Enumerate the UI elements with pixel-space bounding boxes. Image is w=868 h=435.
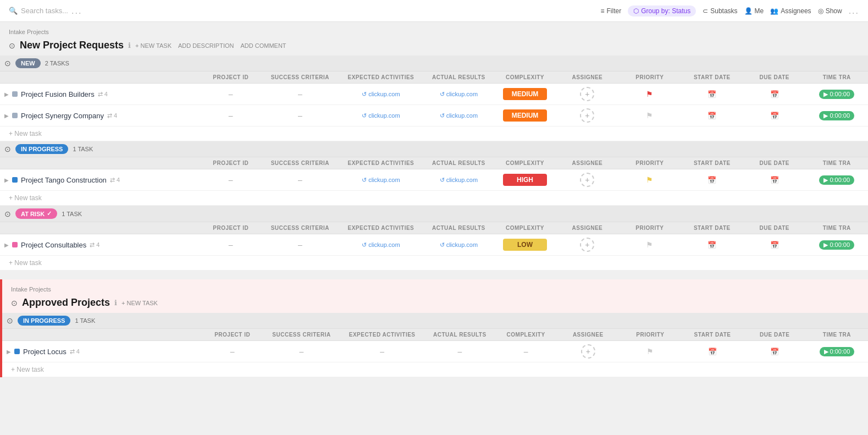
search-input[interactable]: Search tasks... (21, 7, 68, 15)
new-task-button[interactable]: + New task (9, 130, 42, 137)
due-date-cell[interactable]: 📅 (743, 105, 805, 126)
due-date-cell[interactable]: 📅 (744, 341, 806, 362)
time-tracking-cell[interactable]: ▶ 0:00:00 (805, 105, 868, 126)
group-toggle[interactable]: ⊙ (4, 210, 11, 218)
section-action-btn[interactable]: ADD COMMENT (240, 42, 286, 49)
expected-activities-cell[interactable]: ↺clickup.com (338, 84, 423, 105)
start-date-cell[interactable]: 📅 (681, 341, 743, 362)
priority-cell[interactable]: ⚑ (618, 169, 681, 191)
priority-flag-icon[interactable]: ⚑ (646, 111, 653, 120)
priority-cell[interactable]: ⚑ (618, 84, 681, 105)
subtask-icon[interactable]: ⇄ 4 (107, 112, 117, 119)
filter-button[interactable]: ≡ Filter (600, 7, 621, 15)
assignee-avatar[interactable]: + (580, 108, 594, 123)
actual-results-cell[interactable]: ↺clickup.com (424, 234, 494, 256)
complexity-badge: MEDIUM (503, 109, 547, 122)
assignee-avatar[interactable]: + (580, 87, 594, 101)
expected-activities-cell[interactable]: ↺clickup.com (338, 169, 423, 191)
assignee-cell[interactable]: + (556, 234, 618, 256)
section-toggle[interactable]: ⊙ (11, 299, 18, 307)
new-task-button[interactable]: + New task (9, 194, 42, 202)
complexity-cell[interactable]: – (495, 341, 557, 362)
priority-cell[interactable]: ⚑ (618, 105, 681, 126)
new-task-button[interactable]: + New task (11, 366, 44, 373)
priority-cell[interactable]: ⚑ (618, 234, 681, 256)
task-table-container: ⊙ IN PROGRESS 1 TASK PROJECT IDSUCCESS C… (2, 313, 868, 377)
priority-flag-icon[interactable]: ⚑ (646, 347, 654, 356)
expand-button[interactable]: ▶ (4, 113, 9, 119)
assignee-cell[interactable]: + (557, 341, 619, 362)
expand-button[interactable]: ▶ (7, 349, 11, 355)
start-date-cell[interactable]: 📅 (681, 84, 743, 105)
due-date-cell[interactable]: 📅 (743, 84, 805, 105)
subtask-icon[interactable]: ⇄ 4 (98, 91, 108, 98)
col-header-assignee: ASSIGNEE (556, 71, 618, 84)
col-header-name (0, 71, 200, 84)
assignee-cell[interactable]: + (556, 84, 618, 105)
task-count: 1 TASK (75, 317, 95, 324)
assignee-avatar[interactable]: + (581, 344, 595, 359)
actual-results-cell[interactable]: ↺clickup.com (424, 169, 494, 191)
me-button[interactable]: 👤 Me (744, 7, 764, 15)
assignee-avatar[interactable]: + (580, 173, 594, 187)
subtask-icon[interactable]: ⇄ 4 (90, 241, 99, 249)
due-date-cell[interactable]: 📅 (743, 234, 805, 256)
complexity-cell[interactable]: MEDIUM (494, 105, 556, 126)
assignees-button[interactable]: 👥 Assignees (770, 7, 811, 15)
info-icon[interactable]: ℹ (114, 299, 117, 307)
topbar-more-button[interactable]: ... (849, 6, 859, 16)
actual-results-cell[interactable]: – (425, 341, 495, 362)
expected-activities-cell[interactable]: – (340, 341, 425, 362)
expand-button[interactable]: ▶ (4, 177, 9, 183)
time-tracking-cell[interactable]: ▶ 0:00:00 (806, 341, 868, 362)
link-icon: ↺ (440, 91, 445, 98)
priority-flag-icon[interactable]: ⚑ (646, 240, 653, 249)
col-header-row: PROJECT IDSUCCESS CRITERIAEXPECTED ACTIV… (0, 222, 868, 234)
assignee-cell[interactable]: + (556, 105, 618, 126)
complexity-cell[interactable]: LOW (494, 234, 556, 256)
priority-cell[interactable]: ⚑ (619, 341, 681, 362)
priority-flag-icon[interactable]: ⚑ (646, 90, 653, 98)
complexity-cell[interactable]: MEDIUM (494, 84, 556, 105)
section-action-btn[interactable]: + NEW TASK (135, 42, 172, 49)
task-table-container: ⊙ IN PROGRESS 1 TASK PROJECT IDSUCCESS C… (0, 141, 868, 206)
assignee-avatar[interactable]: + (580, 238, 594, 252)
section-label-text: Intake Projects (11, 286, 51, 293)
add-assignee-icon: + (586, 347, 590, 356)
time-tracking-cell[interactable]: ▶ 0:00:00 (805, 169, 868, 191)
complexity-cell[interactable]: HIGH (494, 169, 556, 191)
group-toggle[interactable]: ⊙ (4, 59, 11, 68)
link-text: clickup.com (368, 91, 400, 97)
start-date-cell[interactable]: 📅 (681, 234, 743, 256)
start-date-cell[interactable]: 📅 (681, 169, 743, 191)
priority-flag-icon[interactable]: ⚑ (646, 175, 653, 184)
col-header-project-id: PROJECT ID (200, 157, 262, 169)
col-header-assignee: ASSIGNEE (557, 329, 619, 341)
subtasks-button[interactable]: ⊂ Subtasks (703, 7, 737, 15)
new-task-button[interactable]: + New task (9, 259, 42, 267)
topbar-right: ≡ Filter ⬡ Group by: Status ⊂ Subtasks 👤… (600, 5, 859, 16)
group-toggle[interactable]: ⊙ (4, 145, 11, 153)
expand-button[interactable]: ▶ (4, 91, 9, 97)
expand-button[interactable]: ▶ (4, 242, 9, 248)
start-date-cell[interactable]: 📅 (681, 105, 743, 126)
due-date-cell[interactable]: 📅 (743, 169, 805, 191)
show-button[interactable]: ◎ Show (818, 7, 842, 15)
expected-activities-cell[interactable]: ↺clickup.com (338, 234, 423, 256)
info-icon[interactable]: ℹ (128, 41, 131, 49)
group-by-button[interactable]: ⬡ Group by: Status (628, 5, 696, 16)
subtask-icon[interactable]: ⇄ 4 (110, 177, 120, 184)
time-tracking-cell[interactable]: ▶ 0:00:00 (805, 84, 868, 105)
show-icon: ◎ (818, 7, 823, 15)
actual-results-cell[interactable]: ↺clickup.com (424, 84, 494, 105)
assignee-cell[interactable]: + (556, 169, 618, 191)
time-tracking-cell[interactable]: ▶ 0:00:00 (805, 234, 868, 256)
expected-activities-cell[interactable]: ↺clickup.com (338, 105, 423, 126)
actual-results-cell[interactable]: ↺clickup.com (424, 105, 494, 126)
topbar-ellipsis[interactable]: ... (71, 6, 82, 16)
section-action-btn[interactable]: ADD DESCRIPTION (178, 42, 234, 49)
group-toggle[interactable]: ⊙ (7, 316, 13, 325)
section-toggle[interactable]: ⊙ (9, 41, 15, 50)
section-action-btn[interactable]: + NEW TASK (121, 300, 158, 306)
subtask-icon[interactable]: ⇄ 4 (70, 348, 80, 355)
